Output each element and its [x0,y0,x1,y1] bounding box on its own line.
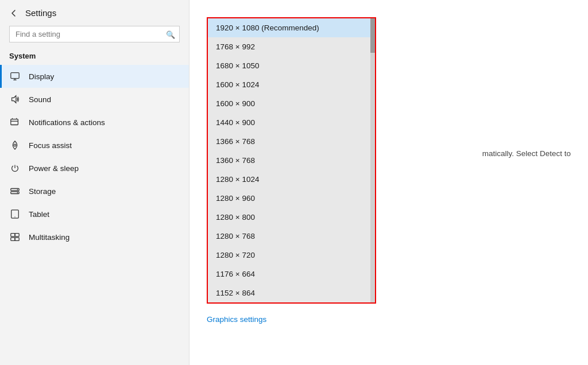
sidebar-title: Settings [25,8,56,18]
resolution-option[interactable]: 1176 × 664 [208,265,375,284]
search-icon: 🔍 [166,30,175,38]
sidebar-item-display[interactable]: Display [0,65,189,88]
sidebar-item-label-tablet: Tablet [29,210,49,219]
sidebar-item-label-storage: Storage [29,187,56,196]
resolution-dropdown-container: 1920 × 1080 (Recommended)1768 × 9921680 … [207,17,376,304]
resolution-option[interactable]: 1920 × 1080 (Recommended) [208,18,375,37]
resolution-option[interactable]: 1768 × 992 [208,37,375,56]
main-content: 1920 × 1080 (Recommended)1768 × 9921680 … [189,0,588,365]
search-input[interactable] [9,26,180,42]
tablet-icon [9,208,21,220]
graphics-settings-link[interactable]: Graphics settings [207,315,571,324]
sidebar-item-storage[interactable]: Storage [0,180,189,203]
svg-point-8 [14,144,16,146]
sidebar-item-label-power-sleep: Power & sleep [29,164,79,173]
back-button[interactable] [9,9,18,18]
sidebar: Settings 🔍 System Display Sound Notifica… [0,0,189,365]
display-icon [9,71,21,82]
sidebar-item-multitasking[interactable]: Multitasking [0,226,189,248]
sound-icon [9,94,21,105]
svg-point-12 [17,192,18,193]
svg-rect-16 [15,234,19,236]
sidebar-item-power-sleep[interactable]: Power & sleep [0,157,189,180]
sidebar-item-label-sound: Sound [29,95,51,104]
power-icon [9,162,21,174]
svg-rect-15 [11,234,15,236]
resolution-list[interactable]: 1920 × 1080 (Recommended)1768 × 9921680 … [208,18,375,302]
notifications-icon [9,117,21,128]
system-label: System [0,49,189,65]
svg-rect-17 [11,238,15,240]
resolution-option[interactable]: 1440 × 900 [208,113,375,132]
svg-marker-3 [12,96,16,103]
resolution-option[interactable]: 1152 × 864 [208,284,375,302]
storage-icon [9,185,21,197]
resolution-option[interactable]: 1360 × 768 [208,151,375,170]
sidebar-item-label-display: Display [29,72,54,81]
sidebar-item-label-focus-assist: Focus assist [29,141,72,150]
resolution-option[interactable]: 1280 × 720 [208,246,375,265]
resolution-option[interactable]: 1680 × 1050 [208,56,375,75]
focus-icon [9,139,21,151]
scrollbar-track [370,18,375,302]
svg-point-11 [17,189,18,190]
nav-list: Display Sound Notifications & actions Fo… [0,65,189,365]
resolution-option[interactable]: 1600 × 900 [208,94,375,113]
resolution-option[interactable]: 1280 × 960 [208,189,375,208]
svg-rect-0 [11,73,19,79]
resolution-option[interactable]: 1366 × 768 [208,132,375,151]
resolution-option[interactable]: 1280 × 768 [208,227,375,246]
sidebar-item-notifications[interactable]: Notifications & actions [0,111,189,134]
search-box-container: 🔍 [9,26,180,42]
sidebar-item-focus-assist[interactable]: Focus assist [0,134,189,157]
resolution-option[interactable]: 1280 × 800 [208,208,375,227]
sidebar-header: Settings [0,0,189,24]
context-text: matically. Select Detect to [482,149,571,158]
sidebar-item-tablet[interactable]: Tablet [0,203,189,226]
scrollbar-thumb [370,18,375,53]
resolution-option[interactable]: 1600 × 1024 [208,75,375,94]
resolution-option[interactable]: 1280 × 1024 [208,170,375,189]
svg-rect-18 [15,238,19,240]
sidebar-item-sound[interactable]: Sound [0,88,189,111]
sidebar-item-label-notifications: Notifications & actions [29,118,105,127]
multitasking-icon [9,231,21,243]
sidebar-item-label-multitasking: Multitasking [29,233,69,242]
svg-rect-4 [11,119,18,125]
